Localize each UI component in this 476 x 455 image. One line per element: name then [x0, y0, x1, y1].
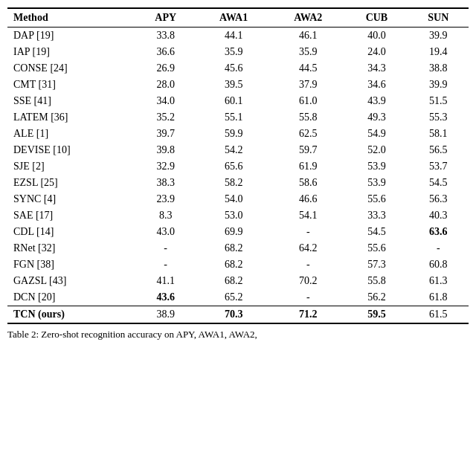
table-cell: 65.6	[196, 158, 271, 175]
table-cell: 60.8	[408, 256, 469, 273]
table-cell: 58.2	[196, 175, 271, 191]
table-cell: 34.6	[345, 77, 408, 93]
results-table: Method APY AWA1 AWA2 CUB SUN DAP [19]33.…	[7, 7, 469, 324]
table-cell: 63.6	[408, 224, 469, 240]
table-cell: 37.9	[271, 77, 345, 93]
table-row: SAE [17]8.353.054.133.340.3	[7, 207, 469, 224]
table-cell: 46.6	[271, 191, 345, 207]
table-row: ALE [1]39.759.962.554.958.1	[7, 126, 469, 142]
table-cell: SAE [17]	[7, 207, 135, 224]
table-cell: 38.3	[135, 175, 196, 191]
table-cell: 39.9	[408, 28, 469, 45]
table-cell: 52.0	[345, 142, 408, 158]
table-cell: 58.6	[271, 175, 345, 191]
table-row: FGN [38]-68.2-57.360.8	[7, 256, 469, 273]
table-cell: 59.5	[345, 306, 408, 324]
table-cell: 55.1	[196, 109, 271, 126]
table-cell: 33.3	[345, 207, 408, 224]
table-cell: 56.3	[408, 191, 469, 207]
table-cell: 28.0	[135, 77, 196, 93]
table-row: CONSE [24]26.945.644.534.338.8	[7, 60, 469, 77]
table-cell: 39.5	[196, 77, 271, 93]
table-row: SYNC [4]23.954.046.655.656.3	[7, 191, 469, 207]
table-cell: DAP [19]	[7, 28, 135, 45]
table-cell: 70.3	[196, 306, 271, 324]
table-cell: 54.0	[196, 191, 271, 207]
table-cell: 68.2	[196, 240, 271, 256]
table-cell: 43.0	[135, 224, 196, 240]
table-row: CDL [14]43.069.9-54.563.6	[7, 224, 469, 240]
table-cell: 55.3	[408, 109, 469, 126]
table-cell: ALE [1]	[7, 126, 135, 142]
table-cell: 46.1	[271, 28, 345, 45]
table-cell: 41.1	[135, 273, 196, 289]
table-cell: 38.9	[135, 306, 196, 324]
table-cell: 59.7	[271, 142, 345, 158]
table-cell: 53.0	[196, 207, 271, 224]
header-sun: SUN	[408, 8, 469, 28]
table-cell: 34.0	[135, 93, 196, 109]
table-cell: 68.2	[196, 256, 271, 273]
table-row: DCN [20]43.665.2-56.261.8	[7, 289, 469, 306]
header-apy: APY	[135, 8, 196, 28]
table-cell: 44.1	[196, 28, 271, 45]
table-row: LATEM [36]35.255.155.849.355.3	[7, 109, 469, 126]
table-cell: 54.2	[196, 142, 271, 158]
table-cell: 40.3	[408, 207, 469, 224]
table-cell: 53.9	[345, 175, 408, 191]
table-cell: SSE [41]	[7, 93, 135, 109]
table-cell: 8.3	[135, 207, 196, 224]
table-cell: 53.9	[345, 158, 408, 175]
table-cell: LATEM [36]	[7, 109, 135, 126]
table-cell: IAP [19]	[7, 44, 135, 60]
table-cell: 60.1	[196, 93, 271, 109]
table-cell: 54.9	[345, 126, 408, 142]
table-cell: 55.8	[345, 273, 408, 289]
table-cell: 62.5	[271, 126, 345, 142]
table-cell: -	[135, 256, 196, 273]
header-row: Method APY AWA1 AWA2 CUB SUN	[7, 8, 469, 28]
table-cell: -	[271, 256, 345, 273]
table-row: DAP [19]33.844.146.140.039.9	[7, 28, 469, 45]
table-cell: 40.0	[345, 28, 408, 45]
table-cell: 43.6	[135, 289, 196, 306]
table-row: IAP [19]36.635.935.924.019.4	[7, 44, 469, 60]
table-cell: CMT [31]	[7, 77, 135, 93]
table-cell: CONSE [24]	[7, 60, 135, 77]
table-cell: 24.0	[345, 44, 408, 60]
table-cell: 49.3	[345, 109, 408, 126]
table-cell: 56.2	[345, 289, 408, 306]
table-cell: 65.2	[196, 289, 271, 306]
table-cell: 26.9	[135, 60, 196, 77]
table-cell: 34.3	[345, 60, 408, 77]
table-cell: 35.9	[196, 44, 271, 60]
table-cell: 55.6	[345, 191, 408, 207]
table-row: RNet [32]-68.264.255.6-	[7, 240, 469, 256]
table-row: SSE [41]34.060.161.043.951.5	[7, 93, 469, 109]
table-cell: DEVISE [10]	[7, 142, 135, 158]
table-cell: 39.9	[408, 77, 469, 93]
table-row: GAZSL [43]41.168.270.255.861.3	[7, 273, 469, 289]
table-cell: CDL [14]	[7, 224, 135, 240]
header-awa2: AWA2	[271, 8, 345, 28]
table-cell: 35.2	[135, 109, 196, 126]
header-method: Method	[7, 8, 135, 28]
table-cell: 55.8	[271, 109, 345, 126]
table-cell: 55.6	[345, 240, 408, 256]
table-cell: EZSL [25]	[7, 175, 135, 191]
table-cell: 56.5	[408, 142, 469, 158]
table-cell: 58.1	[408, 126, 469, 142]
table-cell: 61.8	[408, 289, 469, 306]
table-cell: 70.2	[271, 273, 345, 289]
table-cell: 61.5	[408, 306, 469, 324]
table-caption: Table 2: Zero-shot recognition accuracy …	[7, 329, 469, 341]
table-cell: 51.5	[408, 93, 469, 109]
table-row: EZSL [25]38.358.258.653.954.5	[7, 175, 469, 191]
table-cell: RNet [32]	[7, 240, 135, 256]
table-cell: 19.4	[408, 44, 469, 60]
table-cell: -	[408, 240, 469, 256]
table-cell: 38.8	[408, 60, 469, 77]
table-cell: 35.9	[271, 44, 345, 60]
table-cell: DCN [20]	[7, 289, 135, 306]
table-row: DEVISE [10]39.854.259.752.056.5	[7, 142, 469, 158]
